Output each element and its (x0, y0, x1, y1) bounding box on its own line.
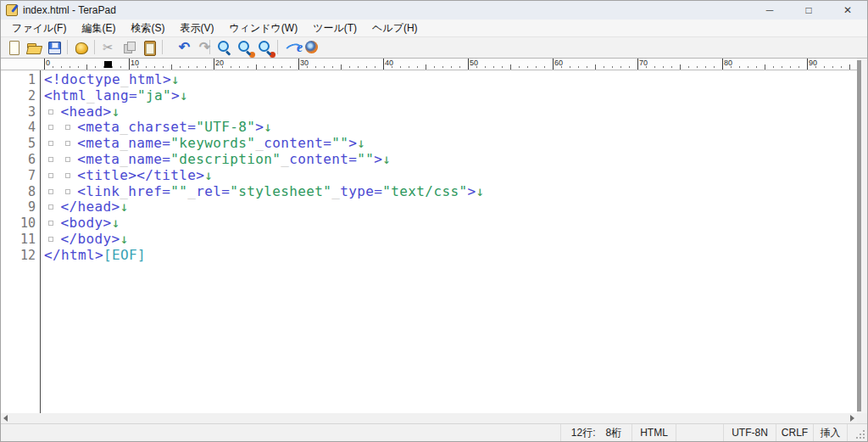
discard-button[interactable] (71, 38, 91, 56)
string-token: "text/css" (382, 183, 467, 199)
toolbar-separator (277, 40, 278, 54)
text-editor-area[interactable]: 123456789101112 <!doctype_html>↓<html_la… (1, 70, 857, 413)
code-token: name= (128, 135, 170, 151)
redo-button[interactable] (186, 38, 206, 56)
menu-edit[interactable]: 編集(E) (74, 19, 123, 38)
ruler-label: 20 (215, 59, 224, 67)
horizontal-scrollbar[interactable] (1, 413, 857, 423)
code-line: </body>↓ (44, 232, 857, 248)
line-number-gutter: 123456789101112 (1, 70, 41, 413)
open-in-firefox-button[interactable] (302, 38, 321, 56)
toolbar-separator (67, 40, 68, 54)
menu-help[interactable]: ヘルプ(H) (364, 19, 426, 38)
status-cursor-line: 12行: (571, 426, 596, 440)
undo-button[interactable] (166, 38, 186, 56)
status-extra (676, 424, 723, 441)
scroll-right-arrow-icon[interactable] (850, 415, 854, 422)
line-number: 10 (1, 215, 40, 232)
code-token: </body> (61, 231, 120, 247)
space-marker: _ (120, 119, 128, 135)
line-number: 11 (1, 232, 40, 248)
scroll-left-arrow-icon[interactable] (3, 415, 8, 422)
string-token: "UTF-8" (196, 119, 255, 135)
toolbar-separator (162, 40, 163, 54)
search-next-button[interactable] (234, 38, 253, 56)
line-number: 9 (1, 199, 40, 215)
paste-button[interactable] (139, 38, 159, 56)
code-area[interactable]: <!doctype_html>↓<html_lang="ja">↓<head>↓… (41, 70, 857, 413)
ruler-label: 50 (470, 59, 478, 67)
status-cursor-column: 8桁 (606, 426, 622, 440)
space-marker: _ (281, 151, 289, 167)
string-token: "stylesheet" (230, 183, 331, 199)
status-input-mode: 挿入 (813, 424, 847, 441)
code-token: <link (77, 183, 120, 199)
status-grip-cell (847, 424, 867, 441)
menu-tool[interactable]: ツール(T) (305, 19, 364, 38)
maximize-button[interactable]: □ (789, 1, 828, 20)
code-line: </head>↓ (44, 199, 857, 215)
code-line: <body>↓ (44, 215, 857, 232)
code-token: > (255, 119, 264, 135)
fullwidth-space-marker (61, 154, 78, 164)
title-bar[interactable]: index.html - TeraPad ─ □ ✕ (1, 1, 867, 20)
close-button[interactable]: ✕ (828, 1, 867, 20)
fullwidth-space-marker (44, 186, 61, 196)
copy-button[interactable] (119, 38, 138, 56)
ie-icon (283, 39, 300, 56)
terapad-app-icon (6, 4, 18, 16)
code-token: </html> (44, 247, 103, 263)
newline-marker: ↓ (476, 183, 484, 199)
menu-search[interactable]: 検索(S) (123, 19, 172, 38)
menu-file[interactable]: ファイル(F) (4, 19, 74, 38)
code-token: content= (289, 151, 357, 167)
code-token: <html (44, 87, 86, 104)
ruler-label: 40 (385, 59, 393, 67)
vertical-scrollbar[interactable] (857, 59, 867, 413)
firefox-icon (303, 39, 320, 56)
fullwidth-space-marker (44, 201, 61, 211)
line-number: 6 (1, 152, 40, 168)
code-line: <meta_name="keywords"_content="">↓ (44, 136, 857, 152)
cut-button[interactable] (98, 38, 118, 56)
new-file-icon (5, 39, 22, 56)
space-marker: _ (120, 71, 129, 87)
code-token: charset= (128, 119, 196, 135)
line-number: 1 (1, 72, 40, 88)
vertical-scrollbar-thumb[interactable] (857, 60, 861, 411)
copy-icon (120, 39, 137, 56)
minimize-button[interactable]: ─ (750, 1, 789, 20)
space-marker: _ (120, 135, 128, 151)
newline-marker: ↓ (120, 231, 129, 247)
open-file-button[interactable] (24, 38, 43, 56)
new-file-button[interactable] (3, 38, 23, 56)
code-line: <title></title>↓ (44, 168, 857, 184)
newline-marker: ↓ (264, 119, 272, 135)
ruler-label: 10 (131, 59, 139, 67)
ruler-label: 70 (639, 59, 648, 67)
open-in-ie-button[interactable] (281, 38, 301, 56)
status-doc-type: HTML (632, 424, 676, 441)
code-token: href= (128, 183, 170, 199)
code-line: <meta_name="description"_content="">↓ (44, 152, 857, 168)
eof-marker: [EOF] (103, 247, 146, 263)
replace-button[interactable] (254, 38, 274, 56)
fullwidth-space-marker (44, 233, 61, 243)
code-token: type= (340, 183, 382, 199)
resize-grip[interactable] (863, 437, 865, 439)
ruler-label: 30 (300, 59, 309, 67)
search-icon (215, 39, 232, 56)
search-button[interactable] (214, 38, 233, 56)
status-spacer (1, 424, 560, 441)
replace-icon (256, 39, 273, 56)
menu-view[interactable]: 表示(V) (172, 19, 221, 38)
space-marker: _ (187, 183, 196, 199)
ruler-label: 80 (724, 59, 732, 67)
code-line: <meta_charset="UTF-8">↓ (44, 120, 857, 136)
fullwidth-space-marker (44, 170, 61, 180)
newline-marker: ↓ (171, 71, 180, 87)
code-line: <html_lang="ja">↓ (44, 88, 857, 104)
newline-marker: ↓ (112, 104, 120, 120)
save-file-button[interactable] (44, 38, 64, 56)
menu-window[interactable]: ウィンドウ(W) (221, 19, 305, 38)
